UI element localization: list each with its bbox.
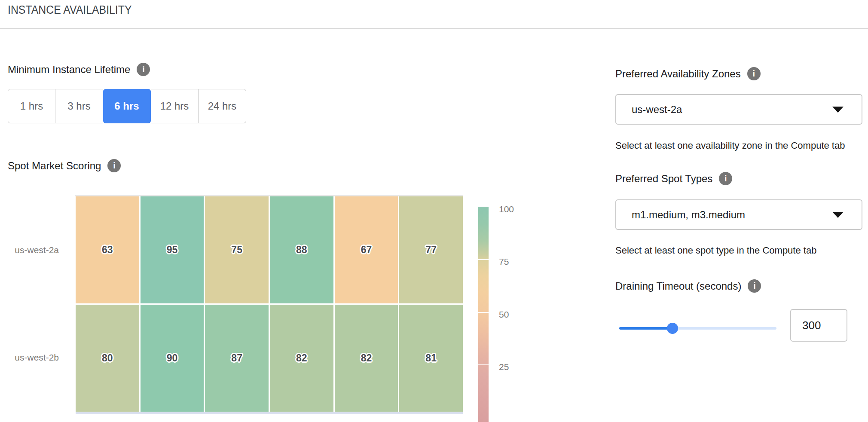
heatmap-cell: 81: [399, 305, 463, 412]
spot-market-scoring-label: Spot Market Scoring i: [8, 159, 121, 172]
colorbar-tick-label: 25: [499, 362, 509, 372]
heatmap-cell: 87: [205, 305, 269, 412]
info-icon[interactable]: i: [137, 63, 150, 76]
minimum-instance-lifetime-label: Minimum Instance Lifetime i: [8, 63, 150, 76]
draining-timeout-slider-fill: [619, 327, 672, 330]
heatmap-cell: 75: [205, 196, 269, 303]
colorbar-tick-label: 75: [499, 257, 509, 267]
lifetime-option-24hrs[interactable]: 24 hrs: [199, 89, 246, 123]
availability-zones-dropdown-value: us-west-2a: [632, 104, 682, 116]
heatmap-cell: 88: [270, 196, 333, 303]
availability-zones-helper: Select at least one availability zone in…: [615, 140, 845, 151]
lifetime-option-6hrs[interactable]: 6 hrs: [103, 89, 151, 123]
heatmap-cell: 95: [141, 196, 204, 303]
draining-timeout-label-text: Draining Timeout (seconds): [615, 280, 741, 292]
info-icon[interactable]: i: [747, 67, 761, 80]
page-title: INSTANCE AVAILABILITY: [8, 3, 132, 17]
preferred-availability-zones-label: Preferred Availability Zones i: [615, 67, 761, 80]
colorbar-tick-label: 100: [499, 204, 514, 214]
spot-types-dropdown[interactable]: m1.medium, m3.medium: [615, 199, 862, 230]
minimum-instance-lifetime-label-text: Minimum Instance Lifetime: [8, 64, 130, 76]
chevron-down-icon: [832, 107, 844, 113]
colorbar-tick-label: 0: [499, 420, 504, 422]
spot-market-scoring-label-text: Spot Market Scoring: [8, 160, 101, 172]
lifetime-option-3hrs[interactable]: 3 hrs: [55, 89, 103, 123]
draining-timeout-input[interactable]: 300: [790, 309, 847, 342]
preferred-spot-types-label-text: Preferred Spot Types: [615, 173, 712, 185]
draining-timeout-value: 300: [802, 319, 821, 332]
heatmap-cell: 67: [335, 196, 398, 303]
heatmap-cell: 82: [335, 305, 398, 412]
heatmap-row-label: us-west-2b: [9, 352, 59, 363]
info-icon[interactable]: i: [719, 172, 732, 185]
lifetime-button-group: 1 hrs 3 hrs 6 hrs 12 hrs 24 hrs: [8, 89, 246, 123]
draining-timeout-label: Draining Timeout (seconds) i: [615, 279, 761, 293]
heatmap-grid: 639575886777809087828281: [76, 196, 463, 412]
colorbar-tick-line: [478, 364, 489, 365]
colorbar: [478, 207, 489, 422]
heatmap-bottom-border: [76, 412, 463, 414]
draining-timeout-slider-thumb[interactable]: [667, 323, 678, 334]
info-icon[interactable]: i: [107, 159, 121, 172]
chevron-down-icon: [832, 212, 844, 218]
preferred-spot-types-label: Preferred Spot Types i: [615, 172, 732, 185]
instance-availability-panel: INSTANCE AVAILABILITY Minimum Instance L…: [0, 0, 868, 422]
colorbar-tick-line: [478, 312, 489, 313]
preferred-availability-zones-label-text: Preferred Availability Zones: [615, 68, 741, 80]
heatmap-cell: 82: [270, 305, 333, 412]
heatmap-row-label: us-west-2a: [9, 245, 59, 255]
spot-types-dropdown-value: m1.medium, m3.medium: [632, 209, 745, 221]
header-divider: [0, 28, 868, 29]
heatmap-cell: 90: [141, 305, 204, 412]
lifetime-option-12hrs[interactable]: 12 hrs: [151, 89, 199, 123]
heatmap-cell: 77: [399, 196, 463, 303]
spot-types-helper: Select at least one spot type in the Com…: [615, 245, 816, 256]
heatmap-cell: 63: [76, 196, 139, 303]
lifetime-option-1hrs[interactable]: 1 hrs: [8, 89, 55, 123]
colorbar-tick-label: 50: [499, 309, 509, 320]
info-icon[interactable]: i: [748, 279, 761, 293]
colorbar-tick-line: [478, 259, 489, 260]
availability-zones-dropdown[interactable]: us-west-2a: [615, 94, 862, 125]
heatmap-cell: 80: [76, 305, 139, 412]
